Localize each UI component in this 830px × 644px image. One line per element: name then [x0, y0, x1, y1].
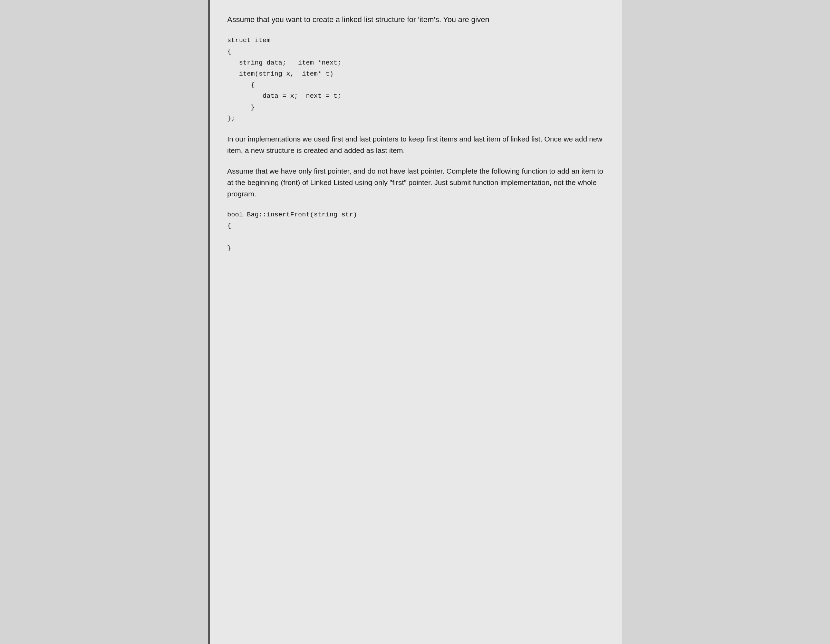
struct-code-block: struct item { string data; item *next; i…	[227, 35, 605, 124]
paragraph-1: In our implementations we used first and…	[227, 134, 605, 156]
paragraph-2: Assume that we have only first pointer, …	[227, 166, 605, 199]
page-container: Assume that you want to create a linked …	[208, 0, 622, 644]
intro-paragraph: Assume that you want to create a linked …	[227, 14, 605, 25]
function-code-block: bool Bag::insertFront(string str) { }	[227, 209, 605, 254]
